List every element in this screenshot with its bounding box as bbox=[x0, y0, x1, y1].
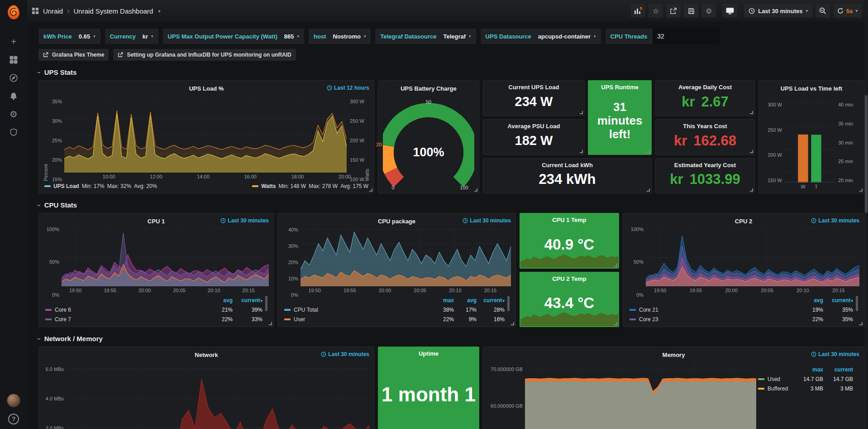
grafana-logo-icon[interactable] bbox=[4, 3, 23, 22]
cost-column: Average Daily Cost kr2.67 This Years Cos… bbox=[655, 80, 755, 193]
legend-marker bbox=[284, 318, 291, 320]
legend-header-current[interactable]: current▾ bbox=[477, 297, 505, 304]
link-ups-monitoring-guide[interactable]: Setting up Grafana and InfluxDB for UPS … bbox=[113, 49, 296, 61]
cpu2-chart[interactable] bbox=[646, 227, 859, 286]
legend-header-current[interactable]: current▾ bbox=[233, 297, 262, 304]
legend-header-max[interactable]: max bbox=[795, 366, 823, 373]
panel-time-range[interactable]: Last 30 minutes bbox=[220, 217, 269, 224]
panel-time-range[interactable]: Last 30 minutes bbox=[463, 217, 511, 224]
save-button[interactable] bbox=[684, 4, 698, 18]
chevron-down-icon: › bbox=[36, 204, 43, 206]
legend-scrollbar[interactable] bbox=[507, 296, 510, 311]
legend-series[interactable]: CPU Total bbox=[284, 307, 428, 313]
variable-kwh-price: kWh Price 0.65▾ bbox=[38, 29, 100, 44]
legend-header-avg[interactable]: avg bbox=[795, 297, 823, 304]
panel-time-range[interactable]: Last 12 hours bbox=[327, 85, 369, 91]
zoom-out-button[interactable] bbox=[816, 4, 830, 18]
page-scrollbar[interactable] bbox=[864, 0, 868, 429]
variable-label: Telegraf Datasource bbox=[380, 33, 436, 40]
refresh-picker[interactable]: 5s ▾ bbox=[833, 4, 862, 18]
legend: UPS Load Min: 17% Max: 32% Avg: 20% Watt… bbox=[43, 181, 369, 191]
legend-series[interactable]: Core 7 bbox=[45, 316, 205, 323]
panel-title[interactable]: Memory bbox=[663, 352, 685, 358]
cpu1-chart[interactable] bbox=[62, 227, 269, 286]
panel-title[interactable]: UPS Battery Charge bbox=[401, 85, 457, 92]
network-memory-row: Network Last 30 minutes 6.0 MBs4.0 MBs2.… bbox=[27, 346, 868, 429]
legend-series[interactable]: Core 21 bbox=[630, 307, 795, 313]
legend-header-avg[interactable]: avg bbox=[454, 297, 477, 304]
legend-header-current[interactable]: current bbox=[823, 366, 853, 373]
variable-value-dropdown[interactable]: 0.65▾ bbox=[79, 33, 95, 40]
panel-time-range[interactable]: Last 30 minutes bbox=[321, 351, 369, 357]
panel-time-range[interactable]: Last 30 minutes bbox=[811, 351, 859, 357]
legend-scrollbar[interactable] bbox=[856, 296, 858, 311]
variable-label: host bbox=[314, 33, 326, 40]
panel-title[interactable]: Network bbox=[195, 352, 218, 358]
x-axis: WT bbox=[784, 183, 835, 191]
panel-time-range[interactable]: Last 30 minutes bbox=[811, 217, 859, 224]
caret-down-icon[interactable]: ▾ bbox=[158, 9, 160, 14]
legend-series[interactable]: Core 6 bbox=[45, 307, 205, 313]
legend-header-current[interactable]: current▾ bbox=[823, 297, 853, 304]
variable-value-dropdown[interactable]: apcupsd-container▾ bbox=[538, 33, 596, 40]
panel-title[interactable]: CPU 1 bbox=[148, 218, 165, 225]
topbar: Unraid › Unraid System Dashboard ▾ + ☆ ⚙ bbox=[27, 0, 868, 22]
dashboards-icon[interactable] bbox=[4, 52, 24, 68]
legend-header-avg[interactable]: avg bbox=[205, 297, 233, 304]
clock-icon bbox=[220, 218, 226, 223]
variable-value-dropdown[interactable]: 865▾ bbox=[284, 33, 299, 40]
variable-value-dropdown[interactable]: Telegraf▾ bbox=[443, 33, 471, 40]
variable-label: UPS Datasource bbox=[486, 33, 531, 40]
legend: avgcurrent▾ Core 6 21% 39% Core 7 22% 33… bbox=[43, 295, 269, 325]
legend-item-watts[interactable]: Watts Min: 148 W Max: 278 W Avg: 175 W bbox=[252, 183, 368, 189]
legend-header-max[interactable]: max bbox=[428, 297, 454, 304]
battery-gauge[interactable]: 02050100 100% bbox=[383, 94, 474, 191]
user-avatar[interactable] bbox=[7, 394, 20, 407]
explore-compass-icon[interactable] bbox=[4, 70, 24, 86]
legend-marker bbox=[758, 388, 764, 390]
legend-series[interactable]: Core 23 bbox=[630, 316, 795, 323]
y-axis-right: 40 min35 min30 min25 min20 min bbox=[835, 94, 859, 191]
time-range-picker[interactable]: Last 30 minutes ▾ bbox=[744, 4, 812, 18]
create-plus-icon[interactable]: + bbox=[4, 34, 24, 50]
legend-series[interactable]: Buffered bbox=[758, 386, 795, 392]
ups-load-chart[interactable] bbox=[64, 94, 347, 173]
variable-value-dropdown[interactable]: kr▾ bbox=[143, 33, 153, 40]
star-button[interactable]: ☆ bbox=[649, 4, 663, 18]
network-chart[interactable] bbox=[66, 360, 369, 429]
time-range-label: Last 30 minutes bbox=[758, 8, 802, 14]
legend-series[interactable]: Used bbox=[758, 376, 795, 382]
variable-value-dropdown[interactable]: Nostromo▾ bbox=[333, 33, 366, 40]
link-grafana-plex-theme[interactable]: Grafana Plex Theme bbox=[38, 49, 109, 61]
breadcrumb-root[interactable]: Unraid bbox=[43, 7, 63, 15]
legend-item-ups-load[interactable]: UPS Load Min: 17% Max: 32% Avg: 20% bbox=[44, 183, 157, 189]
legend-scrollbar[interactable] bbox=[265, 296, 267, 311]
share-button[interactable] bbox=[666, 4, 681, 18]
section-network-memory[interactable]: › Network / Memory bbox=[27, 327, 868, 346]
cpu-threads-input[interactable]: 32 bbox=[653, 29, 720, 44]
alerting-bell-icon[interactable] bbox=[4, 88, 24, 104]
section-cpu-stats[interactable]: › CPU Stats bbox=[27, 193, 868, 212]
caret-down-icon: ▾ bbox=[469, 34, 471, 39]
legend-row: Buffered 3 MB 3 MB bbox=[758, 384, 853, 393]
x-axis: 19:5019:5520:0020:0520:1020:15 bbox=[646, 286, 859, 295]
cycle-view-monitor-icon[interactable] bbox=[723, 4, 737, 18]
ups-vs-time-chart[interactable] bbox=[784, 94, 835, 183]
configuration-gear-icon[interactable]: ⚙ bbox=[4, 106, 24, 122]
add-panel-button[interactable]: + bbox=[631, 4, 645, 18]
memory-chart[interactable] bbox=[525, 360, 756, 429]
breadcrumb-current[interactable]: Unraid System Dashboard bbox=[74, 7, 153, 15]
help-icon[interactable]: ? bbox=[8, 414, 19, 424]
panel-title[interactable]: UPS Load vs Time left bbox=[781, 85, 842, 92]
axis-title-percent: Percent bbox=[43, 94, 48, 181]
legend-series[interactable]: User bbox=[284, 316, 428, 323]
scrollbar-thumb[interactable] bbox=[865, 95, 868, 213]
stat-value: 182 W bbox=[515, 130, 553, 151]
panel-title[interactable]: CPU 2 bbox=[735, 218, 752, 225]
server-admin-shield-icon[interactable] bbox=[4, 124, 24, 140]
section-ups-stats[interactable]: › UPS Stats bbox=[27, 61, 868, 79]
panel-title[interactable]: UPS Load % bbox=[189, 85, 224, 92]
cpu-package-chart[interactable] bbox=[300, 227, 511, 286]
panel-title[interactable]: CPU package bbox=[378, 218, 415, 225]
dashboard-settings-gear-icon[interactable]: ⚙ bbox=[701, 4, 716, 18]
